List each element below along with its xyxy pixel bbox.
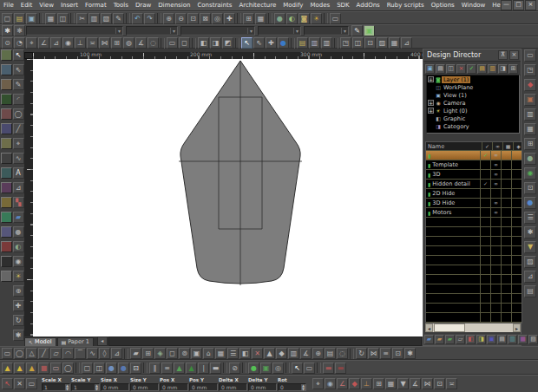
table-row-empty[interactable] [426, 294, 522, 304]
active-check-cell[interactable]: ✓ [481, 180, 491, 188]
pos-x-input[interactable]: 0 mm [160, 383, 188, 391]
table-row-empty[interactable] [426, 237, 522, 246]
scale-y-spinner[interactable]: ▲▼ [95, 384, 99, 390]
rotate-view-icon[interactable]: ↻ [13, 315, 24, 326]
thumb-1-icon[interactable] [1, 49, 12, 61]
menu-window[interactable]: Window [458, 0, 489, 10]
table-row-empty[interactable] [426, 256, 522, 265]
snap-center-icon[interactable]: ⌖ [26, 37, 37, 49]
notes-panel-icon[interactable]: ▤ [524, 285, 536, 297]
visible-cell[interactable]: ∞ [491, 151, 502, 160]
table-row-template[interactable]: ▮Template∞ [426, 160, 522, 170]
loft-icon[interactable]: ⌂ [203, 348, 214, 359]
tree-item-camera[interactable]: +◉Camera [427, 99, 519, 107]
thumb-11-icon[interactable] [1, 197, 12, 208]
dd-options-icon[interactable]: ◨ [498, 64, 508, 74]
dd-view-2-icon[interactable]: ▰ [435, 335, 444, 344]
tree-item-workplane[interactable]: ◫WorkPlane [427, 83, 519, 91]
name-column-header[interactable]: Name [426, 142, 482, 150]
circle-icon[interactable]: ◯ [13, 108, 24, 120]
materials-icon[interactable]: ◐ [286, 13, 298, 24]
tree-green-2-icon[interactable]: ▲ [186, 363, 197, 374]
print-cell[interactable] [502, 189, 512, 198]
dd-duplicate-icon[interactable]: ◫ [446, 64, 456, 74]
spline-icon[interactable]: ∿ [13, 153, 24, 164]
tri-3d-icon[interactable]: ⊿ [111, 348, 122, 359]
zoom-out-icon[interactable]: ⊖ [175, 13, 187, 24]
wedge-3d-icon[interactable]: △ [26, 348, 37, 359]
mesh-tool-icon[interactable]: ▦ [389, 37, 400, 49]
print-column-header-icon[interactable]: ▦ [503, 142, 514, 150]
snap-vertex-icon[interactable]: ⊙ [2, 37, 13, 49]
visible-cell[interactable]: ∞ [491, 208, 502, 217]
layer-name-cell[interactable]: ▮Motors [426, 208, 481, 217]
visible-cell[interactable]: ∞ [491, 160, 502, 169]
thumb-8-icon[interactable] [1, 153, 12, 164]
layer-name-cell[interactable]: ▮2D Hide [426, 189, 481, 198]
rotate-3d-icon[interactable]: ↻ [356, 348, 367, 359]
dd-view-4-icon[interactable]: ▱ [456, 335, 465, 344]
tab-paper-1[interactable]: ▤Paper 1 [57, 337, 94, 346]
curve-3d-icon[interactable]: ⌒ [75, 348, 86, 359]
tree-item-layer-1-[interactable]: +◙Layer (1) [427, 75, 519, 83]
layer-name-cell[interactable]: ▮3D [426, 170, 481, 179]
symbols-panel-icon[interactable]: ▥ [524, 108, 536, 121]
slab-icon[interactable]: ◫ [94, 363, 105, 374]
rail-2-icon[interactable]: ≡ [161, 363, 173, 374]
coord-abs-icon[interactable]: ⌖ [312, 378, 324, 389]
table-row-3d-hide[interactable]: ▮3D Hide∞ [426, 199, 522, 208]
menu-file[interactable]: File [0, 0, 17, 10]
angle-lock-icon[interactable]: ∡ [410, 378, 421, 389]
snap-grid-icon[interactable]: ▦ [255, 13, 266, 24]
options-tool-icon[interactable]: ✱ [13, 330, 24, 341]
snap-ortho-icon[interactable]: ∡ [135, 37, 147, 49]
menu-ruby-scripts[interactable]: Ruby scripts [384, 0, 428, 10]
active-check-cell[interactable] [481, 170, 491, 179]
cone-yellow-2-icon[interactable]: ▲ [14, 363, 25, 374]
sphere-render-icon[interactable]: ◐ [13, 241, 24, 252]
cone-yellow-1-icon[interactable]: ▲ [2, 363, 13, 374]
dd-folder-open-icon[interactable]: ▤ [477, 64, 487, 74]
prop-status-icon[interactable]: ▭ [26, 378, 37, 389]
print-cell[interactable] [502, 199, 512, 207]
pointer-status-icon[interactable]: ↖ [2, 378, 13, 389]
measure-panel-icon[interactable]: ⊿ [524, 271, 536, 283]
new-icon[interactable]: ▢ [2, 13, 13, 24]
menu-format[interactable]: Format [82, 0, 110, 10]
slice-icon[interactable]: ◧ [239, 348, 251, 359]
table-row-motors[interactable]: ▮Motors∞ [426, 208, 522, 218]
rot-spinner[interactable]: ▲▼ [301, 384, 305, 390]
print-cell[interactable] [502, 180, 512, 188]
table-row-empty[interactable] [426, 227, 522, 237]
menu-draw[interactable]: Draw [132, 0, 154, 10]
menu-edit[interactable]: Edit [17, 0, 36, 10]
grid-toggle-icon[interactable]: ⊞ [373, 378, 384, 389]
menu-insert[interactable]: Insert [57, 0, 82, 10]
color-combo[interactable]: ▾ [304, 26, 349, 36]
format-painter-icon[interactable]: ✎ [113, 13, 124, 24]
explode-3d-icon[interactable]: ✱ [404, 348, 416, 359]
pan-tool-icon[interactable]: ✚ [13, 300, 24, 311]
active-check-cell[interactable] [481, 208, 491, 217]
redo-icon[interactable]: ↷ [144, 13, 155, 24]
hatch-panel-icon[interactable]: ▨ [524, 256, 536, 268]
facet-tool-icon[interactable]: ◫ [352, 37, 364, 49]
zoom-window-icon[interactable]: ⊡ [187, 13, 199, 24]
delta-y-input[interactable]: 0 mm [248, 383, 277, 391]
pick-arrow-icon[interactable]: ↖ [292, 363, 303, 374]
menu-sdk[interactable]: SDK [333, 0, 352, 10]
table-row-empty[interactable] [426, 284, 522, 294]
line-3d-icon[interactable]: ╱ [38, 348, 49, 359]
coord-polar-icon[interactable]: ∠ [337, 378, 348, 389]
dd-view-10-icon[interactable]: ▦ [518, 335, 528, 344]
spline-3d-icon[interactable]: ∿ [87, 348, 98, 359]
mirror-stat-icon[interactable]: ⋈ [422, 378, 433, 389]
block-red-icon[interactable]: ■ [38, 363, 49, 374]
globe-3d-icon[interactable]: ● [524, 197, 536, 209]
materials-panel-icon[interactable]: ◆ [524, 79, 536, 91]
dd-view-5-icon[interactable]: ◧ [466, 335, 476, 344]
poly-3d-icon[interactable]: ▱ [50, 348, 62, 359]
dd-folder-save-icon[interactable]: ▥ [488, 64, 497, 74]
color-cell[interactable] [512, 170, 522, 179]
select-icon[interactable]: ↖ [241, 37, 253, 49]
